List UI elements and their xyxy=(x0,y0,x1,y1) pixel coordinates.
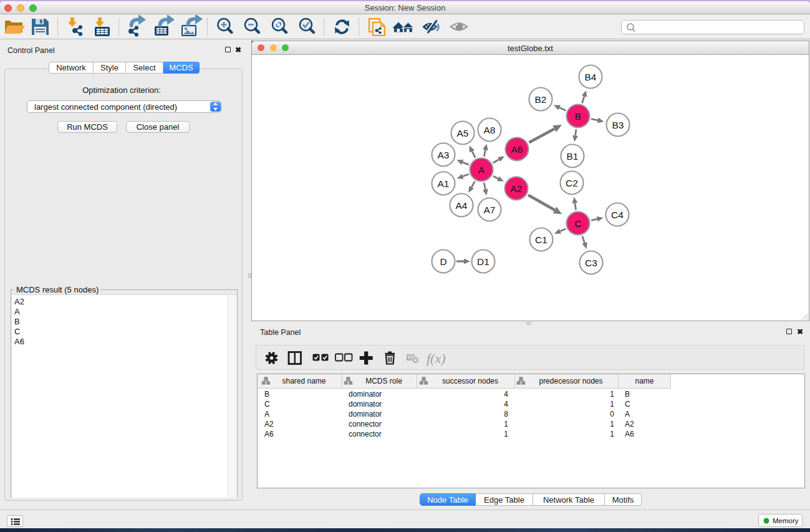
svg-text:A4: A4 xyxy=(456,200,468,211)
svg-text:A1: A1 xyxy=(438,178,450,189)
svg-text:C: C xyxy=(574,218,581,229)
svg-text:C3: C3 xyxy=(585,258,597,268)
svg-text:A8: A8 xyxy=(484,125,496,135)
svg-text:f(x): f(x) xyxy=(427,351,446,366)
svg-text:A3: A3 xyxy=(438,150,450,160)
svg-text:C1: C1 xyxy=(535,235,547,245)
svg-text:B: B xyxy=(575,111,581,122)
svg-text:B3: B3 xyxy=(612,120,624,130)
svg-text:A2: A2 xyxy=(511,183,523,194)
svg-text:B4: B4 xyxy=(585,72,597,82)
svg-text:A5: A5 xyxy=(457,128,469,138)
svg-text:D1: D1 xyxy=(477,256,489,267)
svg-text:A6: A6 xyxy=(511,144,523,155)
svg-text:D: D xyxy=(440,256,446,267)
svg-text:A7: A7 xyxy=(484,205,496,215)
svg-text:B2: B2 xyxy=(535,94,547,105)
svg-text:A: A xyxy=(478,165,485,175)
svg-text:B1: B1 xyxy=(567,151,579,162)
svg-text:C2: C2 xyxy=(566,178,578,188)
svg-text:C4: C4 xyxy=(611,210,624,220)
